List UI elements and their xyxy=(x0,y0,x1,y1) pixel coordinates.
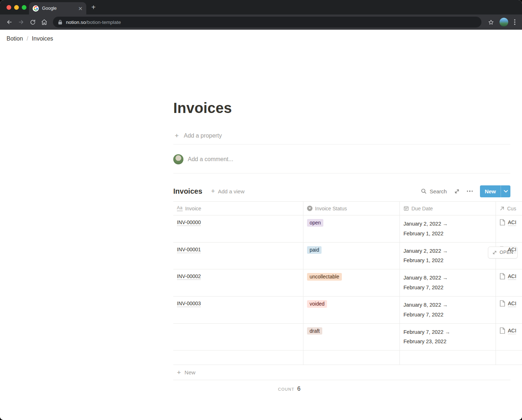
new-button-label[interactable]: New xyxy=(480,185,501,197)
reload-icon[interactable] xyxy=(27,16,38,28)
browser-menu-kebab-icon[interactable] xyxy=(511,16,518,28)
count-value: 6 xyxy=(297,386,301,392)
url-bar[interactable]: notion.so/botion-template xyxy=(53,17,481,28)
table-header-row: Aa Invoice Invoice Status Due Date xyxy=(173,202,522,215)
plus-icon: + xyxy=(175,133,179,138)
invoice-link[interactable]: INV-00001 xyxy=(177,247,201,253)
notion-page: Botion / Invoices Invoices + Add a prope… xyxy=(0,30,522,420)
invoice-link[interactable]: INV-00003 xyxy=(177,301,201,307)
more-options-icon[interactable] xyxy=(467,190,473,192)
date-range-arrow: → xyxy=(445,329,450,335)
browser-tab[interactable]: Google ✕ xyxy=(29,2,86,14)
cell-due-date[interactable]: January 8, 2022→February 7, 2022 xyxy=(400,297,496,323)
cell-customer[interactable]: ACI xyxy=(496,324,522,350)
cell-status[interactable]: uncollectable xyxy=(303,269,400,296)
comment-input[interactable]: Add a comment... xyxy=(173,154,233,164)
tab-title: Google xyxy=(42,6,78,11)
browser-window: Google ✕ + notion.so/botion-template xyxy=(0,0,522,420)
lock-icon[interactable] xyxy=(58,20,62,25)
status-badge[interactable]: paid xyxy=(307,246,322,254)
cell-invoice[interactable] xyxy=(173,324,303,350)
cell-due-date[interactable]: January 2, 2022→February 1, 2022 xyxy=(400,243,496,269)
column-header-due-date[interactable]: Due Date xyxy=(400,202,496,215)
forward-icon[interactable] xyxy=(15,16,27,28)
new-button-chevron-down-icon[interactable] xyxy=(501,185,510,197)
customer-link[interactable]: ACI xyxy=(508,301,516,307)
search-icon xyxy=(421,188,427,194)
title-property-icon: Aa xyxy=(177,206,183,211)
column-header-invoice-status[interactable]: Invoice Status xyxy=(303,202,400,215)
cell-invoice[interactable]: INV-00001 OPEN xyxy=(173,243,303,269)
tab-close-icon[interactable]: ✕ xyxy=(78,6,83,11)
cell-due-date[interactable]: January 2, 2022→February 1, 2022 xyxy=(400,215,496,242)
status-badge[interactable]: open xyxy=(307,219,323,227)
cell-status[interactable]: voided xyxy=(303,297,400,323)
cell-customer[interactable]: ACI xyxy=(496,215,522,242)
minimize-window-button[interactable] xyxy=(14,5,19,10)
cell-due-date[interactable]: January 8, 2022→February 7, 2022 xyxy=(400,269,496,296)
customer-link[interactable]: ACI xyxy=(508,247,516,253)
page-icon xyxy=(500,300,505,307)
relation-arrow-icon xyxy=(500,206,505,211)
url-path: /botion-template xyxy=(86,20,121,25)
cell-invoice[interactable]: INV-00002 xyxy=(173,269,303,296)
browser-profile-avatar[interactable] xyxy=(500,18,508,26)
cell-customer[interactable]: ACI xyxy=(496,297,522,323)
add-view-button[interactable]: + Add a view xyxy=(209,187,246,196)
breadcrumb-workspace[interactable]: Botion xyxy=(5,35,24,43)
cell-invoice[interactable]: INV-00000 xyxy=(173,215,303,242)
customer-link[interactable]: ACI xyxy=(508,328,516,334)
breadcrumb: Botion / Invoices xyxy=(5,35,55,43)
column-header-customer[interactable]: Cus xyxy=(496,202,522,215)
expand-view-icon[interactable] xyxy=(454,189,460,194)
count-label: COUNT xyxy=(278,387,294,391)
table-row-empty[interactable] xyxy=(173,350,522,365)
cell-customer[interactable]: ACI xyxy=(496,269,522,296)
cell-status[interactable]: paid xyxy=(303,243,400,269)
date-range-arrow: → xyxy=(443,221,448,227)
page-icon xyxy=(500,219,505,226)
add-property-button[interactable]: + Add a property xyxy=(173,131,223,140)
cell-invoice[interactable]: INV-00003 xyxy=(173,297,303,323)
calendar-icon xyxy=(403,206,409,211)
customer-link[interactable]: ACI xyxy=(508,219,516,226)
zoom-window-button[interactable] xyxy=(22,5,26,10)
cell-status[interactable]: draft xyxy=(303,324,400,350)
new-row-button[interactable]: + New xyxy=(173,365,510,380)
divider xyxy=(173,144,510,144)
page-title[interactable]: Invoices xyxy=(173,100,232,116)
status-badge[interactable]: uncollectable xyxy=(307,273,342,281)
bookmark-star-icon[interactable] xyxy=(485,16,497,28)
status-badge[interactable]: voided xyxy=(307,300,327,308)
database-title[interactable]: Invoices xyxy=(173,187,202,196)
table-row: INV-00003 voided January 8, 2022→Februar… xyxy=(173,297,522,324)
new-record-button[interactable]: New xyxy=(480,185,510,197)
page-icon xyxy=(500,327,505,334)
traffic-lights xyxy=(7,5,26,10)
table-row: INV-00000 open January 2, 2022→February … xyxy=(173,215,522,243)
invoice-link[interactable]: INV-00002 xyxy=(177,273,201,280)
column-label: Invoice xyxy=(185,206,201,211)
customer-link[interactable]: ACI xyxy=(508,273,516,280)
date-range-arrow: → xyxy=(443,302,448,308)
column-header-invoice[interactable]: Aa Invoice xyxy=(173,202,303,215)
add-property-label: Add a property xyxy=(184,133,222,139)
new-tab-icon[interactable]: + xyxy=(91,4,96,10)
comment-placeholder: Add a comment... xyxy=(188,156,233,163)
count-footer[interactable]: COUNT 6 xyxy=(173,380,303,392)
plus-icon: + xyxy=(211,189,215,194)
column-label: Invoice Status xyxy=(315,206,347,211)
date-range-arrow: → xyxy=(443,248,448,254)
close-window-button[interactable] xyxy=(7,5,11,10)
back-icon[interactable] xyxy=(4,16,15,28)
search-button[interactable]: Search xyxy=(421,188,447,194)
google-favicon-icon xyxy=(33,5,39,12)
cell-due-date[interactable]: February 7, 2022→February 23, 2022 xyxy=(400,324,496,350)
home-icon[interactable] xyxy=(38,16,50,28)
invoice-link[interactable]: INV-00000 xyxy=(177,219,201,226)
status-badge[interactable]: draft xyxy=(307,327,322,335)
cell-status[interactable]: open xyxy=(303,215,400,242)
breadcrumb-page[interactable]: Invoices xyxy=(30,35,55,43)
page-icon xyxy=(500,273,505,280)
search-label: Search xyxy=(430,188,447,194)
